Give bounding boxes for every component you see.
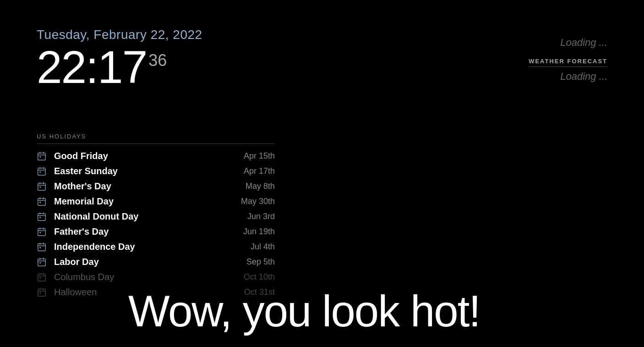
svg-rect-39	[39, 262, 41, 264]
calendar-icon	[37, 182, 47, 192]
svg-rect-40	[38, 274, 46, 281]
holiday-name: Good Friday	[54, 151, 234, 161]
main-container: Tuesday, February 22, 2022 22:17 36 US H…	[0, 0, 644, 347]
holiday-name: Easter Sunday	[54, 166, 234, 176]
holiday-item: Easter SundayApr 17th	[37, 164, 275, 179]
holiday-item: Father's DayJun 19th	[37, 224, 275, 239]
holiday-item: Good FridayApr 15th	[37, 149, 275, 164]
holidays-section-title: US HOLIDAYS	[37, 133, 275, 140]
calendar-icon	[37, 227, 47, 237]
weather-label: WEATHER FORECAST	[529, 58, 607, 67]
holiday-name: Father's Day	[54, 226, 234, 237]
time-main: 22:17	[37, 44, 147, 90]
holiday-name: Labor Day	[54, 257, 234, 267]
holiday-date: Apr 15th	[234, 151, 275, 161]
calendar-icon	[37, 242, 47, 252]
calendar-icon	[37, 212, 47, 222]
holiday-item: Labor DaySep 5th	[37, 254, 275, 270]
svg-rect-49	[39, 292, 41, 294]
calendar-icon	[37, 166, 47, 176]
svg-rect-35	[38, 259, 46, 266]
calendar-icon	[37, 197, 47, 207]
holiday-date: Jun 19th	[234, 227, 275, 237]
calendar-icon	[37, 151, 47, 161]
holiday-name: National Donut Day	[54, 211, 234, 222]
holiday-name: Independence Day	[54, 242, 234, 252]
calendar-icon	[37, 287, 47, 297]
holiday-date: Jun 3rd	[234, 212, 275, 221]
holiday-list: Good FridayApr 15th Easter SundayApr 17t…	[37, 149, 275, 300]
holiday-item: National Donut DayJun 3rd	[37, 209, 275, 224]
svg-rect-4	[39, 156, 41, 158]
svg-rect-5	[38, 168, 46, 175]
calendar-icon	[37, 257, 47, 267]
holiday-item: Independence DayJul 4th	[37, 239, 275, 254]
holiday-date: May 8th	[234, 182, 275, 191]
holiday-date: May 30th	[234, 197, 275, 206]
holiday-item: Columbus DayOct 10th	[37, 270, 275, 285]
overlay-text: Wow, you look hot!	[128, 289, 626, 333]
holiday-date: Jul 4th	[234, 242, 275, 252]
svg-rect-45	[38, 289, 46, 296]
holiday-name: Mother's Day	[54, 181, 234, 192]
holiday-date: Oct 10th	[234, 272, 275, 282]
datetime-section: Tuesday, February 22, 2022 22:17 36	[37, 28, 202, 90]
svg-rect-15	[38, 198, 46, 205]
svg-rect-19	[39, 202, 41, 203]
holiday-date: Apr 17th	[234, 166, 275, 176]
holiday-item: Mother's DayMay 8th	[37, 179, 275, 194]
svg-rect-44	[39, 277, 41, 279]
svg-rect-14	[39, 187, 41, 188]
holiday-date: Sep 5th	[234, 257, 275, 267]
svg-rect-24	[39, 217, 41, 218]
svg-rect-0	[38, 153, 46, 160]
time-seconds: 36	[148, 52, 167, 69]
holiday-item: Memorial DayMay 30th	[37, 194, 275, 209]
holidays-section: US HOLIDAYS Good FridayApr 15th Easter S…	[37, 133, 275, 300]
svg-rect-29	[39, 232, 41, 233]
svg-rect-9	[39, 171, 41, 173]
date-display: Tuesday, February 22, 2022	[37, 28, 202, 42]
svg-rect-25	[38, 228, 46, 236]
holidays-divider	[37, 143, 275, 144]
svg-rect-30	[38, 243, 46, 251]
holiday-name: Columbus Day	[54, 272, 234, 282]
svg-rect-34	[39, 247, 41, 248]
holiday-name: Memorial Day	[54, 196, 234, 207]
weather-section: Loading ... WEATHER FORECAST Loading ...	[529, 37, 607, 83]
calendar-icon	[37, 272, 47, 282]
svg-rect-10	[38, 183, 46, 190]
weather-loading-bottom: Loading ...	[529, 71, 607, 83]
svg-rect-20	[38, 213, 46, 220]
weather-loading-top: Loading ...	[529, 37, 607, 49]
time-display: 22:17 36	[37, 44, 202, 90]
